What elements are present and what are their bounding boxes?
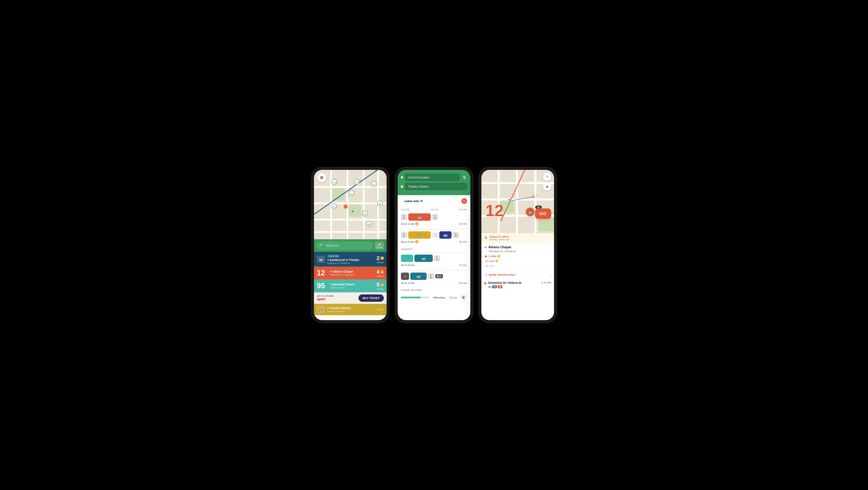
- walk-icon-6: 🚶: [428, 273, 434, 279]
- duration-4: 18 min: [459, 281, 467, 285]
- route-direction-95: ➔ Mermaid Tavern: [330, 283, 375, 286]
- walk-icon-4: 🚶: [453, 232, 459, 238]
- duration-1: 26 min: [459, 222, 467, 225]
- theatre-minutes: minutes: [377, 308, 384, 311]
- detour-posted: Posted 2 weeks ago: [490, 238, 510, 241]
- badge-38: 38: [492, 285, 497, 288]
- badge-98: 98: [498, 285, 502, 288]
- walk-icon-3: 🚶: [401, 232, 407, 238]
- stop-name-row: ➔ Athens Chapel: [484, 245, 551, 249]
- bus-icon-theatre: 🚌: [319, 308, 323, 312]
- route-direction: ➔ Eastbound to Theatre: [327, 258, 375, 262]
- bus-icon: 🚌: [319, 257, 323, 262]
- search-bar: 🔍 Where to? 🏠 12 min: [314, 239, 386, 252]
- origin-row: Current location ⇅: [401, 174, 467, 181]
- bus-chip-navy: 🚌: [439, 231, 452, 239]
- route-footer-4: Go in 4 min 18 min: [401, 281, 467, 285]
- route-item-theatre[interactable]: 🚌 ➔ Theatre District Shakespeare Ave min…: [314, 304, 386, 315]
- origin-dot: [401, 176, 403, 178]
- stop-section: ➔ Athens Chapel Demetrius St / Hermia St…: [482, 243, 554, 271]
- dashed-line-4: [408, 271, 467, 271]
- arrival-time-3: 25 min: [485, 264, 494, 268]
- destination-input[interactable]: Theatre District: [405, 183, 467, 190]
- route-street-12: Demetrius St / Hermia St: [330, 274, 375, 276]
- next-stop-badges: 🚌 38 98: [488, 285, 539, 288]
- route-item-12[interactable]: 12 ➔ Athens Chapel Demetrius St / Hermia…: [314, 267, 386, 279]
- route-footer-1: Go in 2 min 📶 26 min: [401, 222, 467, 225]
- time-axis: 4:30 PM 4:45 PM 5:00 PM: [398, 207, 470, 211]
- theatre-name: ➔ Theatre District: [327, 306, 375, 310]
- route-item-forest[interactable]: 🚌 Forest Line ➔ Eastbound to Theatre Pyr…: [314, 252, 386, 267]
- next-stop-info: Demetrius St / Helena St 🚌 38 98: [488, 281, 539, 288]
- nav-arrow-icon: ➔: [484, 246, 487, 249]
- directions-header: Current location ⇅ Theatre District: [398, 170, 470, 195]
- walk-icon-1: 🚶: [401, 214, 407, 220]
- route-line-red: [500, 170, 527, 221]
- abt-banner: ABT PLATFORM open BUY TICKET: [314, 293, 386, 304]
- transport-row-4: 🚗 🚌 🚶 $6-7: [401, 273, 467, 280]
- locate-button[interactable]: ➤: [543, 183, 551, 191]
- search-input[interactable]: 🔍 Where to?: [316, 241, 373, 250]
- buy-ticket-button[interactable]: BUY TICKET: [359, 295, 384, 302]
- controls-bar: Leave now ↻ ✕: [398, 195, 470, 207]
- detour-title: Detour in effect: [490, 235, 510, 238]
- next-stop-time: 5:14 PM: [541, 281, 551, 284]
- route-street-95: Marlowe's Way: [330, 286, 375, 289]
- more-departures-button[interactable]: 🕐 MORE DEPARTURES ›: [482, 271, 554, 279]
- phone-2: Current location ⇅ Theatre District Leav…: [395, 167, 473, 323]
- route-card-3[interactable]: 🚲 🚌 🚶 Go in 8 min 23 min: [398, 251, 470, 269]
- theatre-street: Shakespeare Ave: [327, 310, 375, 313]
- bike-chip: 🚲: [401, 254, 413, 262]
- route-card-4[interactable]: 🚗 🚌 🚶 $6-7 Go in 4 min 18 min: [398, 269, 470, 287]
- home-badge[interactable]: 🏠 12 min: [375, 242, 384, 249]
- route-card-1[interactable]: 🚶 🚌 🚶 Go in 2 min 📶 26 min: [398, 211, 470, 228]
- car-chip: 🚗: [401, 273, 409, 280]
- bikeshare-progress-bar: [401, 297, 429, 298]
- bikeshare-label: Bikeshare: [433, 296, 445, 299]
- go-button[interactable]: GO: [535, 209, 551, 219]
- settings-button[interactable]: ⚙: [317, 173, 326, 182]
- search-icon: 🔍: [320, 243, 324, 248]
- go-in-label-3: Go in 8 min: [401, 264, 414, 267]
- dashed-line-3: [408, 252, 467, 253]
- arrival-3: 25 min: [485, 264, 551, 268]
- close-button-3[interactable]: ✕: [543, 173, 551, 181]
- price-badge: $6-7: [435, 274, 443, 278]
- route-direction-12: ➔ Athens Chapel: [330, 270, 375, 273]
- next-stop-name: Demetrius St / Helena St: [488, 281, 539, 284]
- transport-row-1: 🚶 🚌 🚶: [401, 213, 467, 221]
- arrival-time-1: ▶ 1 min: [485, 254, 496, 258]
- transport-row-2: 🚶 🚌 🕐 🚌 🚶: [401, 231, 467, 239]
- stop-details: ⚠ Detour in effect Posted 2 weeks ago ➔ …: [482, 233, 554, 309]
- bus-chip-red: 🚌: [408, 213, 431, 221]
- arrival-2: 13 min 📶: [485, 259, 551, 263]
- route-card-2[interactable]: 🚶 🚌 🕐 🚌 🚶 Go in 5 min 📶 30 min: [398, 228, 470, 246]
- filter-button[interactable]: ⚙: [460, 294, 467, 301]
- leave-now-button[interactable]: Leave now ↻: [401, 197, 426, 205]
- close-button[interactable]: ✕: [461, 198, 467, 204]
- bus-chip-teal: 🚌: [414, 254, 433, 262]
- wifi-icon-1: 📶: [497, 255, 500, 257]
- dashed-line-2: [408, 229, 467, 230]
- abt-logo: ABT PLATFORM open: [317, 295, 334, 301]
- route-item-95[interactable]: 95 ➔ Mermaid Tavern Marlowe's Way 5 📶 mi…: [314, 279, 386, 293]
- swap-button[interactable]: ⇅: [462, 174, 467, 181]
- stop-indicator: [484, 282, 486, 284]
- warning-icon: ⚠: [484, 235, 488, 240]
- bikeshare-duration: 24 min: [449, 296, 457, 299]
- stop-street: Demetrius St / Hermia St: [489, 250, 551, 253]
- transit-plus-label: TRANSIT+: [398, 246, 470, 251]
- destination-square: [401, 186, 403, 188]
- route-footer-2: Go in 5 min 📶 30 min: [401, 240, 467, 243]
- origin-input[interactable]: Current location: [405, 174, 460, 181]
- user-location-dot: [351, 210, 354, 213]
- stop-dot: [532, 195, 535, 198]
- go-in-label-2: Go in 5 min 📶: [401, 240, 418, 243]
- bikeshare-row: Bikeshare 24 min ⚙: [398, 292, 470, 303]
- route-number-map: 12: [486, 203, 504, 219]
- next-stop-row[interactable]: Demetrius St / Helena St 🚌 38 98 5:14 PM: [482, 279, 554, 292]
- go-in-label-1: Go in 2 min 📶: [401, 222, 418, 225]
- route-minutes-95: 5 📶 minutes: [377, 281, 384, 290]
- duration-3: 23 min: [459, 264, 467, 267]
- detour-banner: ⚠ Detour in effect Posted 2 weeks ago: [482, 233, 554, 243]
